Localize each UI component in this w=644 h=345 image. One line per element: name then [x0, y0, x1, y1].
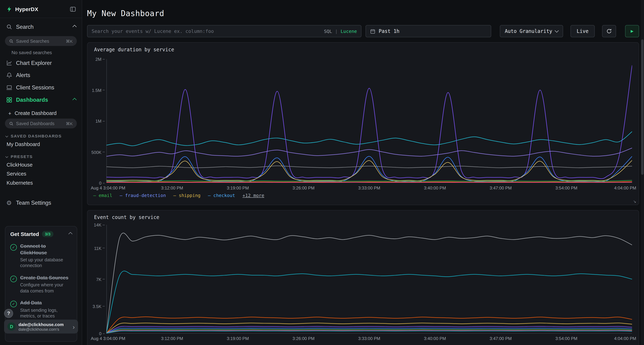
sidebar-item-alerts[interactable]: Alerts [0, 69, 82, 81]
legend-more-link[interactable]: +12 more [242, 193, 264, 198]
plot-area[interactable] [106, 59, 632, 183]
chart-legend: — email— fraud-detection— shipping— chec… [93, 193, 632, 198]
sidebar-item-kubernetes[interactable]: Kubernetes [0, 178, 82, 187]
y-tick-label: 2M [96, 57, 105, 62]
chevron-up-icon [68, 232, 72, 236]
get-started-header[interactable]: Get Started 3/3 [10, 231, 72, 237]
get-started-step[interactable]: ✓ Connect to ClickHouse Set up your data… [10, 243, 72, 269]
saved-searches-input[interactable]: ⌘K [5, 36, 77, 46]
event-search-bar[interactable]: SQL | Lucene [87, 25, 362, 37]
sidebar-item-services[interactable]: Services [0, 169, 82, 178]
sidebar-header: HyperDX [0, 0, 82, 18]
live-button[interactable]: Live [570, 25, 595, 37]
saved-dashboards-section-header[interactable]: SAVED DASHBOARDS [0, 128, 82, 140]
y-tick-label: 14K [94, 222, 105, 227]
x-tick-label: 3:40:00 PM [424, 336, 446, 341]
dashboards-grid-icon [6, 96, 12, 103]
create-dashboard-label: Create Dashboard [15, 110, 57, 116]
event-search-input[interactable] [92, 28, 321, 34]
create-dashboard-button[interactable]: + Create Dashboard [0, 106, 82, 117]
y-tick-label: 1M [96, 118, 105, 123]
get-started-step[interactable]: ✓ Create Data Sources Configure where yo… [10, 275, 72, 294]
gear-icon: ⚙ [6, 199, 12, 206]
user-email: dale@clickhouse.com [18, 322, 70, 327]
sidebar-item-team-settings[interactable]: ⚙ Team Settings [0, 196, 82, 209]
magnifier-icon [9, 121, 14, 126]
legend-item[interactable]: — email [93, 193, 112, 198]
y-axis: 14K11K7K3.5K0 [88, 225, 105, 334]
sidebar-item-label: Team Settings [16, 200, 76, 206]
scrollbar-thumb[interactable] [641, 39, 644, 175]
series-shipping [106, 160, 632, 181]
sidebar-item-dashboards[interactable]: Dashboards [0, 93, 82, 106]
y-tick-label: 0 [99, 331, 105, 336]
x-tick-label: Aug 4 3:04:00 PM [91, 185, 125, 190]
chart-title: Event count by service [94, 215, 160, 220]
step-desc: Configure where your data comes from [20, 282, 72, 294]
progress-badge: 3/3 [42, 231, 53, 237]
check-circle-icon: ✓ [10, 276, 17, 282]
chart-canvas [106, 225, 632, 334]
help-button[interactable]: ? [4, 309, 13, 318]
series-email [106, 180, 632, 181]
sidebar-item-label: Chart Explorer [16, 60, 76, 66]
run-query-button[interactable]: ▶ [625, 25, 639, 37]
user-menu[interactable]: D dale@clickhouse.com dale@clickhouse.co… [4, 320, 78, 334]
granularity-select[interactable]: Auto Granularity [500, 25, 563, 37]
laptop-icon [6, 84, 12, 91]
refresh-button[interactable] [602, 25, 616, 37]
page-scrollbar[interactable] [641, 0, 644, 345]
x-tick-label: 3:26:00 PM [292, 185, 314, 190]
bell-icon [6, 72, 12, 78]
saved-dashboards-input[interactable]: ⌘K [5, 118, 77, 128]
sidebar-item-chart-explorer[interactable]: Chart Explorer [0, 57, 82, 69]
chevron-up-icon [72, 98, 76, 102]
series-unlabeled-gray [106, 166, 632, 168]
get-started-title: Get Started [10, 231, 39, 237]
sidebar-section-search[interactable]: Search [0, 18, 82, 34]
series-unlabeled-gray [106, 233, 632, 333]
y-tick-label: 3.5K [92, 304, 105, 309]
sidebar-item-label: Dashboards [16, 96, 70, 103]
plus-icon: + [8, 110, 11, 116]
search-icon [6, 23, 12, 30]
sidebar-item-client-sessions[interactable]: Client Sessions [0, 81, 82, 93]
live-label: Live [577, 28, 588, 34]
step-desc: Set up your database connection [20, 257, 72, 269]
chevron-right-icon: › [73, 324, 74, 330]
collapse-sidebar-icon[interactable] [70, 6, 76, 12]
x-tick-label: 3:12:00 PM [161, 185, 183, 190]
language-divider: | [335, 28, 338, 34]
avatar: D [7, 323, 16, 331]
legend-item[interactable]: — shipping [173, 193, 200, 198]
refresh-icon [606, 28, 612, 34]
step-title: Create Data Sources [20, 275, 72, 281]
chevron-down-icon [5, 155, 8, 158]
sidebar-item-clickhouse[interactable]: ClickHouse [0, 160, 82, 169]
legend-item[interactable]: — checkout [208, 193, 235, 198]
series-checkout [106, 328, 632, 333]
plot-area[interactable] [106, 225, 632, 334]
presets-section-header[interactable]: PRESETS [0, 149, 82, 160]
saved-searches-field[interactable] [16, 39, 64, 44]
x-axis: Aug 4 3:04:00 PM3:12:00 PM3:19:00 PM3:26… [106, 336, 632, 342]
section-label-text: PRESETS [11, 154, 33, 159]
get-started-step[interactable]: ✓ Add Data Start sending logs, metrics, … [10, 300, 72, 319]
series-unlabeled-pink [106, 182, 632, 183]
sidebar-item-my-dashboard[interactable]: My Dashboard [0, 140, 82, 149]
x-tick-label: 3:47:00 PM [490, 336, 512, 341]
series-unlabeled-pink [106, 330, 632, 333]
magnifier-icon [9, 39, 14, 43]
resize-handle-icon[interactable]: ↘ [633, 199, 636, 203]
y-tick-label: 7K [96, 277, 105, 282]
x-tick-label: 3:40:00 PM [424, 185, 446, 190]
play-icon: ▶ [630, 29, 634, 33]
query-language-toggle[interactable]: SQL | Lucene [324, 28, 357, 34]
time-range-picker[interactable]: Past 1h [366, 25, 491, 37]
x-tick-label: 3:33:00 PM [358, 336, 380, 341]
lucene-toggle[interactable]: Lucene [340, 28, 357, 34]
legend-item[interactable]: — fraud-detection [120, 193, 166, 198]
chart-panel-event-count: Event count by service 14K11K7K3.5K0 Aug… [87, 210, 639, 345]
saved-dashboards-field[interactable] [16, 121, 64, 126]
sql-toggle[interactable]: SQL [324, 28, 332, 34]
